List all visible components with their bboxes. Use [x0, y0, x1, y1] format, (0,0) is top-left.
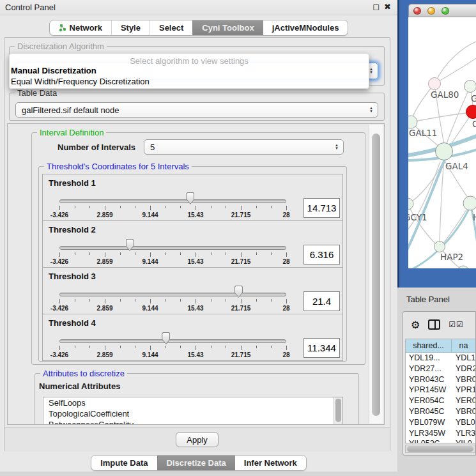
cell-name: YIL0 — [452, 438, 475, 443]
attribute-list-item[interactable]: SelfLoops — [43, 397, 342, 408]
bottom-tab-infer-network[interactable]: Infer Network — [235, 456, 306, 470]
slider-tick-label: 28 — [282, 211, 289, 219]
columns-icon[interactable] — [428, 319, 440, 330]
network-edge[interactable] — [411, 112, 471, 122]
table-row[interactable]: YLR345WYLR3 — [406, 428, 475, 439]
slider-tick-label: 28 — [282, 351, 289, 358]
threshold-value-field[interactable]: 14.713 — [303, 198, 340, 218]
cell-name: YBL0 — [452, 417, 475, 428]
table-row[interactable]: YDL19...YDL1 — [406, 353, 475, 364]
tab-label: Network — [70, 23, 102, 33]
table-row[interactable]: YIL052CYIL0 — [406, 438, 475, 443]
network-node[interactable] — [434, 242, 445, 252]
slider-tick-label: -3.426 — [50, 211, 68, 219]
cell-name: YDL1 — [452, 353, 475, 364]
network-canvas[interactable]: GAL80GACGAL11GAL4GCY1HHAP2 — [408, 17, 476, 268]
slider-tick — [135, 252, 135, 255]
slider-tick — [271, 346, 272, 348]
slider-tick — [180, 346, 181, 348]
network-node[interactable] — [408, 198, 413, 210]
number-of-intervals-label: Number of Intervals — [58, 142, 135, 152]
network-edge[interactable] — [408, 162, 440, 234]
cell-name: YBR0 — [452, 374, 475, 385]
mac-zoom-icon[interactable] — [441, 7, 449, 15]
slider-track[interactable] — [59, 339, 286, 343]
slider-tick-label: 2.859 — [96, 211, 112, 219]
tab-label: Style — [121, 23, 141, 33]
tab-cyni-toolbox[interactable]: Cyni Toolbox — [192, 20, 263, 35]
select-columns-checkboxes-icon[interactable]: ☑☑ — [449, 320, 464, 329]
slider-tick-label: 2.859 — [96, 351, 112, 358]
number-of-intervals-combobox[interactable]: 5 ▲▼ — [144, 139, 344, 155]
cell-shared-name: YER054C — [406, 395, 452, 406]
attribute-list-item[interactable]: TopologicalCoefficient — [43, 408, 342, 419]
close-window-icon[interactable]: ✖ — [384, 2, 391, 12]
table-row[interactable]: YBR045CYBR0 — [406, 406, 475, 417]
column-header-name[interactable]: na — [452, 339, 475, 352]
gear-icon[interactable]: ⚙ — [411, 319, 420, 331]
slider-tick — [89, 346, 90, 348]
slider-tick — [105, 346, 105, 350]
table-row[interactable]: YBR043CYBR0 — [406, 374, 475, 385]
slider-tick — [75, 346, 75, 348]
node-label: GA — [471, 93, 476, 104]
cell-shared-name: YPR145W — [406, 385, 452, 395]
attribute-list-item[interactable]: BetweennessCentrality — [43, 419, 342, 425]
bottom-tab-discretize-data[interactable]: Discretize Data — [157, 456, 235, 470]
apply-button[interactable]: Apply — [176, 432, 219, 447]
slider-track[interactable] — [59, 246, 286, 250]
slider-tick-label: 15.43 — [187, 305, 203, 312]
network-window-titlebar[interactable] — [408, 4, 476, 17]
network-node[interactable] — [436, 143, 453, 160]
network-node[interactable] — [463, 196, 476, 210]
slider-tick — [211, 299, 211, 302]
dropdown-option-manual-discretization[interactable]: Manual Discretization — [10, 65, 369, 76]
slider-tick — [75, 252, 75, 255]
slider-track[interactable] — [59, 199, 286, 203]
threshold-label: Threshold 3 — [49, 272, 96, 281]
float-window-icon[interactable]: ◻ — [372, 2, 380, 12]
slider-tick — [165, 346, 166, 348]
threshold-value-field[interactable]: 6.316 — [303, 245, 340, 265]
slider-tick — [120, 206, 121, 208]
node-label: H — [473, 212, 476, 222]
tab-label: Discretize Data — [167, 458, 226, 468]
tab-select[interactable]: Select — [150, 20, 192, 35]
threshold-label: Threshold 4 — [49, 318, 96, 328]
table-row[interactable]: YER054CYER0 — [406, 395, 475, 406]
threshold-value-field[interactable]: 21.4 — [303, 291, 340, 311]
table-horizontal-scrollbar[interactable] — [405, 445, 475, 453]
bottom-tab-impute-data[interactable]: Impute Data — [91, 456, 157, 470]
cell-name: YLR3 — [452, 428, 475, 439]
table-row[interactable]: YPR145WYPR1 — [406, 385, 475, 395]
slider-tick — [196, 252, 196, 257]
tab-label: Cyni Toolbox — [202, 23, 254, 33]
mac-minimize-icon[interactable] — [427, 7, 435, 15]
slider-tick-label: 9.144 — [142, 258, 158, 265]
dropdown-option-equal-width-frequency-discretization[interactable]: Equal Width/Frequency Discretization — [10, 76, 369, 87]
algorithm-dropdown-popup: Select algorithm to view settings Manual… — [9, 53, 369, 89]
slider-tick-label: 2.859 — [96, 258, 112, 265]
network-edge[interactable] — [434, 56, 476, 84]
mac-close-icon[interactable] — [413, 7, 421, 15]
slider-tick — [180, 299, 181, 302]
table-row[interactable]: YBL079WYBL0 — [406, 417, 475, 428]
network-node[interactable] — [429, 78, 441, 90]
table-row[interactable]: YDR27...YDR2 — [406, 364, 475, 374]
network-view-window: GAL80GACGAL11GAL4GCY1HHAP2 — [397, 0, 476, 288]
table-header-row: shared... na — [406, 339, 475, 353]
table-data-combobox[interactable]: galFiltered.sif default node ▲▼ — [15, 102, 378, 118]
settings-scrollbar[interactable] — [369, 125, 383, 424]
tab-network[interactable]: Network — [50, 20, 111, 35]
column-header-shared-name[interactable]: shared... — [406, 339, 452, 352]
slider-tick-label: -3.426 — [50, 258, 68, 265]
tab-label: jActiveMNodules — [272, 23, 339, 33]
threshold-value-field[interactable]: 11.344 — [303, 338, 340, 358]
tab-jactivemnodules[interactable]: jActiveMNodules — [263, 20, 348, 35]
slider-track[interactable] — [59, 293, 286, 296]
network-node[interactable] — [457, 266, 469, 268]
network-node[interactable] — [466, 105, 476, 119]
attributes-scrollbar[interactable] — [334, 397, 342, 425]
tab-style[interactable]: Style — [111, 20, 150, 35]
network-node[interactable] — [464, 81, 476, 93]
